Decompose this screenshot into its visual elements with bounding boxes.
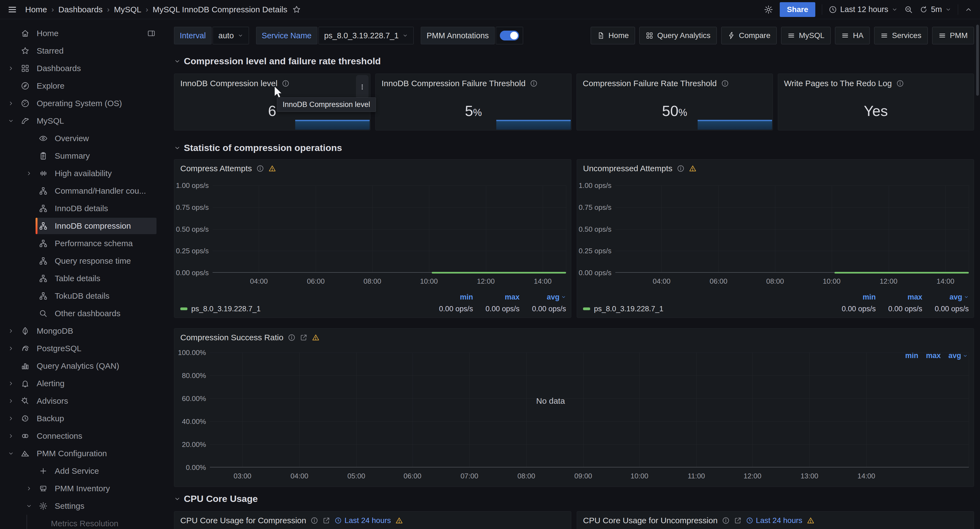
sidebar-item-mongodb[interactable]: MongoDB	[0, 322, 166, 340]
breadcrumb-home[interactable]: Home	[25, 5, 47, 14]
dashboard-settings-gear-icon[interactable]	[764, 5, 773, 14]
panel-title[interactable]: Write Pages to The Redo Log	[784, 79, 892, 88]
sidebar-item-mysql-table-details[interactable]: Table details	[0, 270, 166, 287]
services-link-button[interactable]: Services	[874, 27, 928, 44]
section-statistic-compression-operations[interactable]: Statistic of compression operations	[174, 143, 974, 153]
dock-sidebar-icon[interactable]	[147, 29, 155, 38]
sidebar-item-starred[interactable]: Starred	[0, 42, 166, 60]
sitemap-icon	[39, 204, 48, 213]
sidebar-item-mysql-summary[interactable]: Summary	[0, 147, 166, 165]
query-analytics-link-button[interactable]: Query Analytics	[640, 27, 717, 44]
section-cpu-core-usage[interactable]: CPU Core Usage	[174, 493, 974, 504]
info-icon[interactable]	[721, 79, 729, 87]
panel-title[interactable]: CPU Core Usage for Compression	[180, 516, 306, 525]
plot-area[interactable]: 1.00 ops/s 0.75 ops/s 0.50 ops/s 0.25 op…	[213, 186, 566, 273]
interval-dropdown[interactable]: auto	[213, 27, 249, 44]
sidebar-item-mysql-overview[interactable]: Overview	[0, 130, 166, 147]
sidebar-item-operating-system[interactable]: Operating System (OS)	[0, 95, 166, 112]
collapse-toolbar-chevron-up-icon[interactable]	[965, 6, 972, 13]
panel-title[interactable]: InnoDB Compression Failure Threshold	[382, 79, 525, 88]
panel-title[interactable]: Uncompressed Attempts	[583, 164, 673, 173]
refresh-picker[interactable]: 5m	[920, 5, 951, 14]
sidebar-item-mysql-other-dashboards[interactable]: Other dashboards	[0, 305, 166, 322]
service-name-dropdown[interactable]: ps_8.0_3.19.228.7_1	[318, 27, 414, 44]
sidebar-item-mysql-query-response-time[interactable]: Query response time	[0, 252, 166, 270]
sidebar-item-pmm-configuration[interactable]: PMM Configuration	[0, 445, 166, 462]
panel-title[interactable]: CPU Core Usage for Uncompression	[583, 516, 718, 525]
plot-area[interactable]: 1.00 ops/s 0.75 ops/s 0.50 ops/s 0.25 op…	[615, 186, 969, 273]
info-icon[interactable]	[722, 517, 730, 524]
sidebar-item-mysql-innodb-details[interactable]: InnoDB details	[0, 200, 166, 217]
sidebar-item-query-analytics[interactable]: Query Analytics (QAN)	[0, 357, 166, 375]
legend-sort-max[interactable]: max	[876, 293, 922, 302]
sidebar-item-backup[interactable]: Backup	[0, 410, 166, 427]
favorite-star-button[interactable]	[292, 5, 301, 14]
warning-icon[interactable]	[807, 517, 815, 524]
panel-time-range[interactable]: Last 24 hours	[746, 516, 802, 525]
legend-sort-avg[interactable]: avg	[922, 293, 969, 302]
panel-menu-button[interactable]	[356, 75, 369, 99]
sidebar-item-mysql-performance-schema[interactable]: Performance schema	[0, 235, 166, 252]
series-name[interactable]: ps_8.0_3.19.228.7_1	[594, 305, 663, 313]
warning-icon[interactable]	[689, 165, 697, 172]
sidebar-item-settings[interactable]: Settings	[0, 497, 166, 515]
sidebar-item-connections[interactable]: Connections	[0, 427, 166, 445]
sidebar-item-advisors[interactable]: Advisors	[0, 392, 166, 410]
sidebar-item-alerting[interactable]: Alerting	[0, 375, 166, 392]
share-button[interactable]: Share	[780, 2, 815, 17]
series-name[interactable]: ps_8.0_3.19.228.7_1	[191, 305, 261, 313]
legend-sort-min[interactable]: min	[829, 293, 876, 302]
sidebar-item-postgresql[interactable]: PostgreSQL	[0, 340, 166, 357]
plot-area[interactable]: 100.00% 80.00% 60.00% 40.00% 20.00% 0.00…	[210, 353, 969, 467]
external-link-icon[interactable]	[734, 517, 742, 524]
panel-title[interactable]: Compression Failure Rate Threshold	[583, 79, 717, 88]
panel-title[interactable]: InnoDB Compression level	[180, 79, 277, 88]
external-link-icon[interactable]	[323, 517, 330, 524]
star-icon	[21, 46, 30, 55]
info-icon[interactable]	[256, 165, 264, 172]
warning-icon[interactable]	[395, 517, 403, 524]
service-name-label[interactable]: Service Name	[256, 27, 317, 44]
sidebar-item-metrics-resolution[interactable]: Metrics Resolution	[0, 515, 166, 529]
info-icon[interactable]	[310, 517, 318, 524]
mysql-link-button[interactable]: MySQL	[781, 27, 830, 44]
sidebar-item-pmm-inventory[interactable]: PMM Inventory	[0, 480, 166, 497]
sidebar-item-dashboards[interactable]: Dashboards	[0, 60, 166, 77]
warning-icon[interactable]	[268, 165, 276, 172]
sidebar-item-mysql[interactable]: MySQL	[0, 112, 166, 130]
menu-icon[interactable]	[8, 5, 17, 14]
chevron-down-icon	[174, 145, 181, 151]
ha-link-button[interactable]: HA	[835, 27, 870, 44]
section-compression-thresholds[interactable]: Compression level and failure rate thres…	[174, 56, 974, 67]
panel-title[interactable]: Compress Attempts	[180, 164, 252, 173]
sidebar-item-mysql-innodb-compression[interactable]: InnoDB compression	[0, 217, 166, 235]
external-link-icon[interactable]	[300, 334, 307, 342]
info-icon[interactable]	[896, 79, 904, 87]
time-range-picker[interactable]: Last 12 hours	[829, 5, 898, 14]
panel-time-range[interactable]: Last 24 hours	[335, 516, 391, 525]
sidebar-item-mysql-command-handler-counters[interactable]: Command/Handler cou...	[0, 182, 166, 200]
pmm-annotations-toggle[interactable]	[496, 27, 523, 44]
breadcrumb-dashboards[interactable]: Dashboards	[58, 5, 103, 14]
info-icon[interactable]	[530, 79, 538, 87]
home-link-button[interactable]: Home	[591, 27, 635, 44]
legend-sort-min[interactable]: min	[426, 293, 473, 302]
sidebar-item-mysql-high-availability[interactable]: High availability	[0, 165, 166, 182]
legend-sort-avg[interactable]: avg	[520, 293, 566, 302]
compare-link-button[interactable]: Compare	[721, 27, 777, 44]
sidebar-item-add-service[interactable]: Add Service	[0, 462, 166, 480]
info-icon[interactable]	[288, 334, 296, 342]
interval-label[interactable]: Interval	[174, 27, 212, 44]
pmm-link-button[interactable]: PMM	[932, 27, 974, 44]
sidebar-item-explore[interactable]: Explore	[0, 77, 166, 95]
breadcrumb-mysql[interactable]: MySQL	[114, 5, 141, 14]
zoom-out-icon[interactable]	[904, 5, 913, 14]
advisor-search-icon	[21, 397, 30, 405]
panel-title[interactable]: Compression Success Ratio	[180, 333, 283, 342]
legend-sort-max[interactable]: max	[473, 293, 520, 302]
scrollbar-thumb[interactable]	[976, 25, 979, 96]
sidebar-item-mysql-tokudb-details[interactable]: TokuDB details	[0, 287, 166, 305]
sidebar-item-home[interactable]: Home	[0, 25, 166, 42]
warning-icon[interactable]	[312, 334, 320, 342]
info-icon[interactable]	[677, 165, 684, 172]
